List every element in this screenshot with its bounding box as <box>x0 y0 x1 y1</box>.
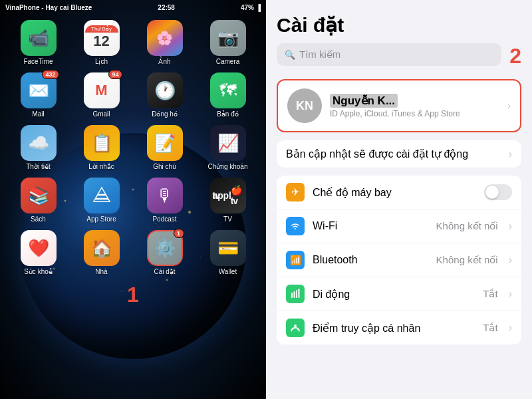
app-dongho[interactable]: 🕐 Đồng hồ <box>139 72 191 118</box>
airplane-icon: ✈ <box>286 183 305 201</box>
app-gmail[interactable]: M 94 Gmail <box>76 72 128 118</box>
mail-icon: ✉️ 432 <box>21 72 57 108</box>
loinhac-label: Lời nhắc <box>88 163 114 171</box>
lich-header: Thứ Bảy <box>85 25 118 33</box>
profile-name: Nguyễn K... <box>330 94 398 108</box>
suckhoe-label: Sức khoẻ <box>24 268 53 276</box>
app-chungkhoan[interactable]: 📈 Chứng khoán <box>202 125 254 171</box>
app-camera[interactable]: 📷 Camera <box>202 20 254 66</box>
lich-icon: Thứ Bảy 12 <box>84 20 120 56</box>
app-row-3: ☁️ Thời tiết 📋 Lời nhắc 📝 Ghi chú 📈 Chứn… <box>7 125 259 171</box>
app-nha[interactable]: 🏠 Nhà <box>76 230 128 276</box>
gmail-badge: 94 <box>108 70 122 79</box>
tv-icon: apple tv 🍎tv <box>210 178 246 213</box>
carrier-label: VinaPhone - Hay cai Blueze <box>5 4 92 11</box>
svg-rect-4 <box>291 293 293 298</box>
dongho-label: Đồng hồ <box>152 110 178 118</box>
update-chevron-icon: › <box>509 148 512 160</box>
app-lich[interactable]: Thứ Bảy 12 Lịch <box>76 20 128 66</box>
time-label: 22:58 <box>158 4 175 11</box>
suckhoe-icon: ❤️ <box>21 230 57 266</box>
svg-point-8 <box>294 325 297 327</box>
gmail-label: Gmail <box>92 110 110 118</box>
bluetooth-icon: 📶 <box>286 251 305 269</box>
wifi-row[interactable]: Wi-Fi Không kết nối › <box>277 209 521 243</box>
hotspot-chevron-icon: › <box>509 322 512 334</box>
svg-rect-6 <box>296 290 297 298</box>
profile-card[interactable]: KN Nguyễn K... ID Apple, iCloud, iTunes … <box>277 79 521 132</box>
settings-header: Cài đặt 🔍 Tìm kiếm 2 <box>266 0 532 74</box>
facetime-label: FaceTime <box>23 58 53 66</box>
ghichu-label: Ghi chú <box>153 163 176 171</box>
app-caidat[interactable]: ⚙️ 1 Cài đặt <box>139 230 191 276</box>
wifi-chevron-icon: › <box>509 220 512 232</box>
bluetooth-row[interactable]: 📶 Bluetooth Không kết nối › <box>277 243 521 277</box>
step-2-label: 2 <box>509 44 521 68</box>
camera-icon: 📷 <box>210 20 246 56</box>
settings-panel: Cài đặt 🔍 Tìm kiếm 2 KN Nguyễn K... ID A… <box>266 0 532 399</box>
wifi-label: Wi-Fi <box>313 220 428 232</box>
app-sach[interactable]: 📚 Sách <box>13 178 65 223</box>
hotspot-value: Tắt <box>483 322 497 334</box>
chungkhoan-label: Chứng khoán <box>208 163 248 171</box>
app-anh[interactable]: 🌸 Ảnh <box>139 20 191 66</box>
tv-label: TV <box>223 215 232 223</box>
svg-text:tv: tv <box>212 190 221 201</box>
thoitiet-label: Thời tiết <box>26 163 50 171</box>
bluetooth-value: Không kết nối <box>436 254 498 266</box>
hotspot-label: Điểm truy cập cá nhân <box>313 322 475 334</box>
hotspot-row[interactable]: Điểm truy cập cá nhân Tắt › <box>277 311 521 344</box>
phone-panel: VinaPhone - Hay cai Blueze 22:58 47% ▐ 📹… <box>0 0 266 399</box>
app-bando[interactable]: 🗺 Bản đồ <box>202 72 254 118</box>
update-row[interactable]: Bản cập nhật sẽ được cài đặt tự động › <box>277 140 521 168</box>
dongho-icon: 🕐 <box>147 72 183 108</box>
bluetooth-chevron-icon: › <box>509 254 512 266</box>
hotspot-icon <box>286 319 305 337</box>
app-row-4: 📚 Sách App Store 🎙 Podcast <box>7 178 259 223</box>
app-suckhoe[interactable]: ❤️ Sức khoẻ <box>13 230 65 276</box>
app-loinhac[interactable]: 📋 Lời nhắc <box>76 125 128 171</box>
app-thoitiet[interactable]: ☁️ Thời tiết <box>13 125 65 171</box>
bando-icon: 🗺 <box>210 72 246 108</box>
app-wallet[interactable]: 💳 Wallet <box>202 230 254 276</box>
update-label: Bản cập nhật sẽ được cài đặt tự động <box>286 148 509 160</box>
bluetooth-label: Bluetooth <box>313 254 428 266</box>
nha-icon: 🏠 <box>84 230 120 266</box>
battery-label: 47% <box>241 4 254 11</box>
chungkhoan-icon: 📈 <box>210 125 246 161</box>
sach-icon: 📚 <box>21 178 57 213</box>
svg-rect-7 <box>299 289 300 298</box>
mail-badge: 432 <box>42 70 59 79</box>
mobile-chevron-icon: › <box>509 288 512 300</box>
airplane-toggle[interactable] <box>484 184 512 200</box>
search-input: Tìm kiếm <box>299 49 340 61</box>
caidat-badge: 1 <box>174 229 184 238</box>
airplane-label: Chế độ máy bay <box>313 186 476 199</box>
sach-label: Sách <box>31 215 46 223</box>
mobile-row[interactable]: Di động Tắt › <box>277 277 521 311</box>
anh-icon: 🌸 <box>147 20 183 56</box>
app-row-2: ✉️ 432 Mail M 94 Gmail 🕐 Đồng hồ 🗺 Bản đ… <box>7 72 259 118</box>
app-podcast[interactable]: 🎙 Podcast <box>139 178 191 223</box>
app-facetime[interactable]: 📹 FaceTime <box>13 20 65 66</box>
lich-date: 12 <box>93 33 109 50</box>
profile-info: Nguyễn K... ID Apple, iCloud, iTunes & A… <box>330 94 499 118</box>
podcast-icon: 🎙 <box>147 178 183 213</box>
ghichu-icon: 📝 <box>147 125 183 161</box>
gmail-icon: M 94 <box>84 72 120 108</box>
app-appstore[interactable]: App Store <box>76 178 128 223</box>
app-ghichu[interactable]: 📝 Ghi chú <box>139 125 191 171</box>
app-mail[interactable]: ✉️ 432 Mail <box>13 72 65 118</box>
mobile-label: Di động <box>313 288 475 301</box>
settings-section: ✈ Chế độ máy bay Wi-Fi Không kết nối › 📶 <box>277 176 521 344</box>
facetime-icon: 📹 <box>21 20 57 56</box>
search-icon: 🔍 <box>285 50 295 60</box>
app-tv[interactable]: apple tv 🍎tv TV <box>202 178 254 223</box>
battery-status: 47% ▐ <box>241 4 261 11</box>
battery-icon: ▐ <box>256 4 261 11</box>
airplane-row[interactable]: ✈ Chế độ máy bay <box>277 176 521 209</box>
loinhac-icon: 📋 <box>84 125 120 161</box>
search-bar[interactable]: 🔍 Tìm kiếm <box>277 43 501 66</box>
svg-rect-5 <box>294 291 295 298</box>
appstore-icon <box>84 178 120 213</box>
